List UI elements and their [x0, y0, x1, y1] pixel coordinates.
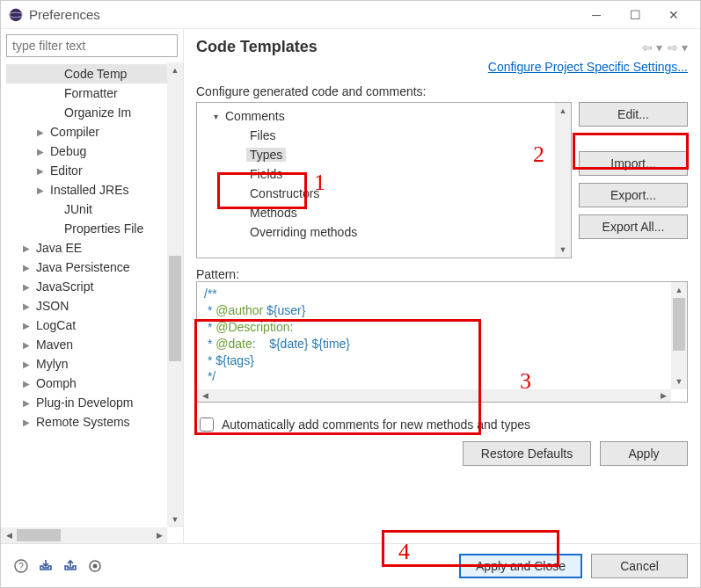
- svg-text:?: ?: [18, 562, 24, 571]
- sidebar-item[interactable]: ▶LogCat: [6, 316, 167, 335]
- expand-icon: ▶: [20, 263, 33, 272]
- import-prefs-icon[interactable]: [38, 558, 54, 574]
- export-all-button[interactable]: Export All...: [579, 214, 688, 239]
- sidebar-item-label: Maven: [33, 338, 77, 352]
- minimize-button[interactable]: ─: [577, 2, 616, 28]
- sidebar-item-label: Properties File: [61, 221, 147, 236]
- template-item[interactable]: Methods: [202, 203, 550, 222]
- expand-icon: ▶: [34, 166, 47, 176]
- template-item[interactable]: Files: [202, 126, 550, 145]
- dialog-footer: ? Apply and Close Cancel: [1, 543, 700, 587]
- scroll-right-icon[interactable]: ▶: [151, 527, 167, 543]
- sidebar-item[interactable]: ▶Installed JREs: [6, 180, 167, 200]
- page-heading: Code Templates: [196, 38, 318, 56]
- sidebar-item[interactable]: ▶Compiler: [6, 122, 167, 142]
- sidebar-item-label: Compiler: [47, 125, 103, 139]
- sidebar-item[interactable]: Formatter: [6, 83, 167, 103]
- scroll-up-icon[interactable]: ▲: [555, 103, 571, 119]
- sidebar-item[interactable]: Properties File: [6, 219, 167, 238]
- scroll-down-icon[interactable]: ▼: [671, 374, 687, 389]
- record-icon[interactable]: [87, 558, 103, 574]
- configure-project-link[interactable]: Configure Project Specific Settings...: [488, 60, 688, 74]
- restore-defaults-button[interactable]: Restore Defaults: [463, 441, 591, 466]
- pattern-hscroll[interactable]: ◀ ▶: [197, 389, 671, 402]
- titlebar: Preferences ─ ☐ ✕: [1, 1, 700, 29]
- sidebar-item[interactable]: ▶JavaScript: [6, 277, 167, 296]
- pattern-vscroll[interactable]: ▲ ▼: [671, 282, 687, 389]
- sidebar-item[interactable]: ▶Plug-in Developm: [6, 393, 167, 412]
- sidebar-item-label: JSON: [33, 299, 72, 313]
- sidebar-item[interactable]: Organize Im: [6, 103, 167, 122]
- sidebar-item-label: Mylyn: [33, 357, 72, 371]
- sidebar-item[interactable]: ▶Editor: [6, 161, 167, 180]
- scroll-up-icon[interactable]: ▲: [167, 62, 183, 78]
- template-item[interactable]: ▾Comments: [202, 106, 550, 126]
- template-item[interactable]: Constructors: [202, 184, 550, 203]
- sidebar-item[interactable]: ▶JSON: [6, 296, 167, 316]
- preferences-tree[interactable]: Code TempFormatterOrganize Im▶Compiler▶D…: [1, 62, 167, 527]
- template-item-label: Types: [246, 148, 286, 162]
- sidebar-item-label: Editor: [47, 163, 86, 178]
- scroll-thumb[interactable]: [169, 256, 181, 361]
- expand-icon: ▶: [20, 379, 33, 388]
- svg-point-0: [10, 8, 22, 20]
- template-item-label: Methods: [246, 206, 301, 220]
- expand-icon: ▶: [20, 340, 33, 350]
- sidebar-item[interactable]: ▶Mylyn: [6, 354, 167, 374]
- template-item[interactable]: Fields: [202, 164, 550, 184]
- sidebar-item[interactable]: ▶Java Persistence: [6, 258, 167, 277]
- template-item[interactable]: Overriding methods: [202, 222, 550, 242]
- sidebar-item-label: JUnit: [61, 202, 96, 216]
- sidebar-item-label: Plug-in Developm: [33, 396, 137, 410]
- edit-button[interactable]: Edit...: [579, 102, 688, 127]
- help-icon[interactable]: ?: [13, 558, 29, 574]
- scroll-down-icon[interactable]: ▼: [167, 512, 183, 527]
- nav-fwd-icon[interactable]: ⇨ ▾: [668, 40, 688, 54]
- sidebar-item-label: Formatter: [61, 86, 121, 100]
- sidebar-item-label: Debug: [47, 144, 90, 158]
- template-item-label: Fields: [246, 167, 286, 181]
- sidebar-item[interactable]: ▶Oomph: [6, 374, 167, 393]
- scroll-thumb[interactable]: [17, 529, 61, 541]
- scroll-down-icon[interactable]: ▼: [555, 242, 571, 258]
- scroll-up-icon[interactable]: ▲: [671, 282, 687, 298]
- cancel-button[interactable]: Cancel: [591, 554, 688, 578]
- scroll-left-icon[interactable]: ◀: [1, 527, 17, 543]
- expand-icon: ▶: [34, 147, 47, 156]
- sidebar-item[interactable]: ▶Debug: [6, 142, 167, 161]
- template-item-label: Files: [246, 128, 280, 142]
- expand-icon: ▶: [20, 282, 33, 292]
- templates-vscroll[interactable]: ▲ ▼: [555, 103, 571, 258]
- nav-back-icon[interactable]: ⇦ ▾: [642, 40, 662, 54]
- auto-comments-checkbox[interactable]: [200, 417, 214, 432]
- export-button[interactable]: Export...: [579, 183, 688, 207]
- expand-icon: ▶: [34, 185, 47, 195]
- sidebar-item[interactable]: ▶Java EE: [6, 238, 167, 258]
- templates-tree[interactable]: ▾CommentsFilesTypesFieldsConstructorsMet…: [196, 102, 572, 258]
- expand-icon: ▾: [209, 112, 222, 121]
- import-button[interactable]: Import...: [579, 151, 688, 176]
- sidebar-hscroll[interactable]: ◀ ▶: [1, 527, 167, 543]
- pattern-label: Pattern:: [196, 267, 688, 281]
- scroll-right-icon[interactable]: ▶: [655, 389, 671, 402]
- window-title: Preferences: [29, 7, 577, 22]
- maximize-button[interactable]: ☐: [616, 2, 654, 28]
- sidebar-item[interactable]: JUnit: [6, 200, 167, 219]
- filter-input[interactable]: [6, 34, 178, 57]
- template-item[interactable]: Types: [202, 145, 550, 164]
- sidebar-item[interactable]: Code Temp: [6, 64, 167, 83]
- sidebar-item[interactable]: ▶Remote Systems: [6, 412, 167, 432]
- sidebar-item-label: Code Temp: [61, 67, 130, 81]
- sidebar-item[interactable]: ▶Maven: [6, 335, 167, 354]
- export-prefs-icon[interactable]: [62, 558, 78, 574]
- sidebar-item-label: Oomph: [33, 376, 80, 390]
- expand-icon: ▶: [20, 321, 33, 330]
- pattern-textarea[interactable]: /** * @author ${user} * @Description: * …: [196, 281, 688, 403]
- sidebar-vscroll[interactable]: ▲ ▼: [167, 62, 183, 527]
- svg-point-5: [93, 563, 98, 568]
- scroll-thumb[interactable]: [673, 298, 685, 351]
- scroll-left-icon[interactable]: ◀: [197, 389, 213, 402]
- close-button[interactable]: ✕: [654, 2, 693, 28]
- apply-button[interactable]: Apply: [600, 441, 688, 466]
- apply-and-close-button[interactable]: Apply and Close: [459, 554, 582, 578]
